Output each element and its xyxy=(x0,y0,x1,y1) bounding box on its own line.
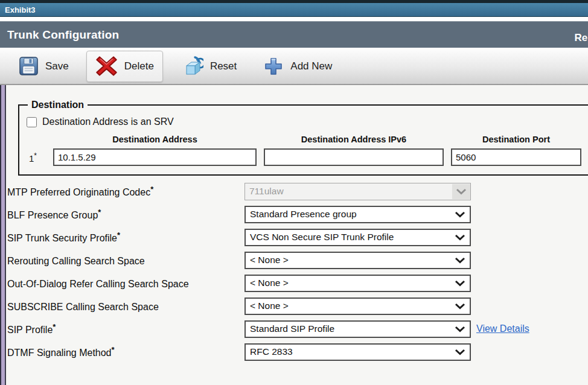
destination-port-input[interactable] xyxy=(451,148,581,166)
form-row-out-of-dialog-refer-css: Out-Of-Dialog Refer Calling Search Space… xyxy=(7,272,588,294)
chevron-down-icon xyxy=(452,184,470,199)
subscribe-calling-search-space-label: SUBSCRIBE Calling Search Space xyxy=(7,299,244,313)
trunk-settings-form: MTP Preferred Originating Codec* 711ulaw… xyxy=(7,180,588,363)
destination-srv-checkbox[interactable] xyxy=(27,117,37,127)
form-row-rerouting-css: Rerouting Calling Search Space < None > xyxy=(7,249,588,272)
column-header-destination-port: Destination Port xyxy=(451,135,581,144)
column-header-destination-address-ipv6: Destination Address IPv6 xyxy=(264,135,444,144)
blf-presence-group-select[interactable]: Standard Presence group xyxy=(244,206,471,223)
rerouting-calling-search-space-label: Rerouting Calling Search Space xyxy=(7,253,244,267)
chevron-down-icon xyxy=(455,326,465,332)
chevron-down-icon xyxy=(455,280,465,287)
form-row-sip-profile: SIP Profile* Standard SIP Profile View D… xyxy=(7,317,588,340)
add-new-button[interactable]: Add New xyxy=(254,51,341,82)
form-row-dtmf-signaling-method: DTMF Signaling Method* RFC 2833 xyxy=(7,340,588,363)
delete-button[interactable]: Delete xyxy=(86,51,163,82)
out-of-dialog-refer-calling-search-space-label: Out-Of-Dialog Refer Calling Search Space xyxy=(7,276,244,290)
delete-button-label: Delete xyxy=(124,60,154,72)
chevron-down-icon xyxy=(455,234,465,241)
sip-trunk-security-profile-label: SIP Trunk Security Profile* xyxy=(7,231,244,244)
mtp-preferred-originating-codec-label: MTP Preferred Originating Codec* xyxy=(7,185,244,198)
save-floppy-icon xyxy=(19,56,39,76)
sip-profile-label: SIP Profile* xyxy=(7,322,244,336)
page-title: Trunk Configuration xyxy=(0,28,119,42)
form-content: Destination Destination Address is an SR… xyxy=(0,85,588,385)
page-header-bar: Trunk Configuration Rel xyxy=(0,21,588,48)
destination-table: Destination Address Destination Address … xyxy=(25,132,588,167)
blf-presence-group-label: BLF Presence Group* xyxy=(7,208,244,221)
destination-fieldset: Destination Destination Address is an SR… xyxy=(18,100,588,176)
srv-checkbox-label: Destination Address is an SRV xyxy=(42,116,174,127)
chevron-down-icon xyxy=(455,257,465,264)
form-row-sip-trunk-security-profile: SIP Trunk Security Profile* VCS Non Secu… xyxy=(7,226,588,249)
save-button[interactable]: Save xyxy=(10,51,78,82)
window-left-edge xyxy=(0,85,6,385)
destination-legend: Destination xyxy=(28,100,88,110)
titlebar-gap xyxy=(0,17,588,21)
form-row-subscribe-css: SUBSCRIBE Calling Search Space < None > xyxy=(7,294,588,317)
rerouting-calling-search-space-select[interactable]: < None > xyxy=(244,252,471,269)
save-button-label: Save xyxy=(45,60,69,72)
sip-trunk-security-profile-select[interactable]: VCS Non Secure SIP Trunk Profile xyxy=(244,229,471,246)
srv-checkbox-row: Destination Address is an SRV xyxy=(27,116,588,127)
add-new-plus-icon xyxy=(263,56,284,77)
view-details-link[interactable]: View Details xyxy=(476,323,529,334)
chevron-down-icon xyxy=(455,349,465,355)
out-of-dialog-refer-calling-search-space-select[interactable]: < None > xyxy=(244,275,471,292)
destination-row-index: 1* xyxy=(25,151,53,164)
dtmf-signaling-method-select[interactable]: RFC 2833 xyxy=(244,343,471,361)
related-links-label[interactable]: Rel xyxy=(575,32,588,44)
form-row-blf-presence-group: BLF Presence Group* Standard Presence gr… xyxy=(7,203,588,226)
form-row-mtp-codec: MTP Preferred Originating Codec* 711ulaw xyxy=(7,180,588,203)
window-titlebar[interactable]: Exhibit3 xyxy=(0,3,588,17)
destination-address-ipv6-input[interactable] xyxy=(264,148,444,166)
destination-address-input[interactable] xyxy=(53,148,257,166)
dtmf-signaling-method-label: DTMF Signaling Method* xyxy=(7,345,244,358)
subscribe-calling-search-space-select[interactable]: < None > xyxy=(244,298,471,315)
reset-button[interactable]: Reset xyxy=(173,51,246,82)
window-title: Exhibit3 xyxy=(5,5,36,14)
sip-profile-select[interactable]: Standard SIP Profile xyxy=(244,320,471,338)
column-header-destination-address: Destination Address xyxy=(53,135,257,144)
chevron-down-icon xyxy=(455,211,465,218)
trunk-configuration-window: Exhibit3 Trunk Configuration Rel xyxy=(0,0,588,385)
reset-cube-icon xyxy=(182,56,203,77)
delete-x-icon xyxy=(95,55,118,77)
add-new-button-label: Add New xyxy=(290,60,332,72)
mtp-preferred-originating-codec-select: 711ulaw xyxy=(244,183,471,200)
chevron-down-icon xyxy=(455,303,465,310)
reset-button-label: Reset xyxy=(210,60,237,72)
toolbar: Save Delete Re xyxy=(0,48,588,85)
